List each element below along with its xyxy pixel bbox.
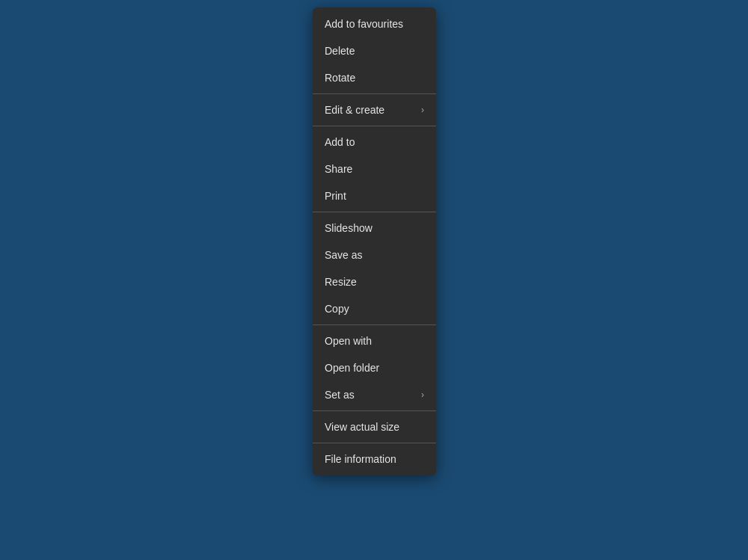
chevron-right-icon: ›: [421, 105, 424, 115]
menu-divider: [313, 93, 436, 94]
menu-label-open-with: Open with: [325, 335, 372, 347]
menu-label-edit-create: Edit & create: [325, 104, 384, 116]
menu-label-slideshow: Slideshow: [325, 222, 373, 234]
menu-item-file-information[interactable]: File information: [313, 446, 436, 473]
menu-item-open-with[interactable]: Open with: [313, 327, 436, 354]
menu-item-add-to-favourites[interactable]: Add to favourites: [313, 10, 436, 37]
menu-label-resize: Resize: [325, 276, 357, 288]
menu-label-copy: Copy: [325, 303, 349, 315]
menu-divider: [313, 324, 436, 325]
context-menu: Add to favouritesDeleteRotateEdit & crea…: [313, 7, 436, 476]
menu-item-set-as[interactable]: Set as›: [313, 381, 436, 408]
menu-label-add-to-favourites: Add to favourites: [325, 18, 403, 30]
menu-divider: [313, 126, 436, 126]
menu-item-delete[interactable]: Delete: [313, 37, 436, 64]
menu-item-print[interactable]: Print: [313, 182, 436, 209]
menu-divider: [313, 443, 436, 443]
menu-item-copy[interactable]: Copy: [313, 295, 436, 322]
menu-label-file-information: File information: [325, 453, 396, 465]
menu-label-save-as: Save as: [325, 249, 363, 261]
menu-item-edit-create[interactable]: Edit & create›: [313, 96, 436, 123]
menu-item-rotate[interactable]: Rotate: [313, 64, 436, 91]
menu-divider: [313, 212, 436, 212]
menu-label-print: Print: [325, 190, 346, 202]
menu-item-open-folder[interactable]: Open folder: [313, 354, 436, 381]
menu-label-open-folder: Open folder: [325, 362, 379, 374]
menu-item-slideshow[interactable]: Slideshow: [313, 215, 436, 241]
menu-item-share[interactable]: Share: [313, 156, 436, 182]
menu-item-add-to[interactable]: Add to: [313, 129, 436, 156]
menu-item-resize[interactable]: Resize: [313, 268, 436, 295]
menu-label-add-to: Add to: [325, 136, 355, 148]
menu-label-share: Share: [325, 163, 352, 175]
menu-label-delete: Delete: [325, 45, 355, 57]
menu-divider: [313, 410, 436, 411]
menu-label-view-actual-size: View actual size: [325, 421, 399, 433]
chevron-right-icon: ›: [421, 390, 424, 400]
menu-item-save-as[interactable]: Save as: [313, 241, 436, 268]
menu-label-rotate: Rotate: [325, 72, 355, 84]
menu-item-view-actual-size[interactable]: View actual size: [313, 413, 436, 440]
menu-label-set-as: Set as: [325, 389, 355, 401]
